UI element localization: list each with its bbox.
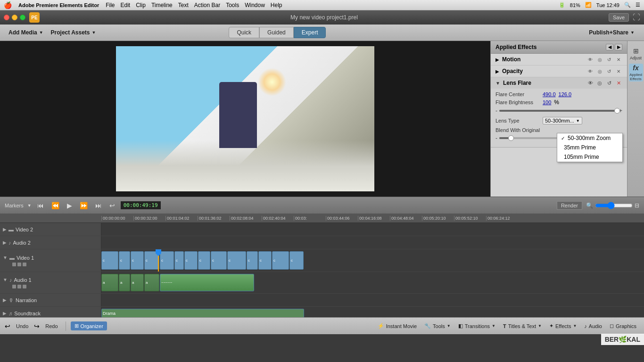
render-button[interactable]: Render	[557, 201, 582, 210]
video1-vol2[interactable]	[17, 263, 21, 266]
fullscreen-icon[interactable]: ⛶	[633, 13, 640, 22]
maximize-button[interactable]	[20, 15, 25, 20]
track-audio1-content[interactable]: a a a a ~~~~~	[101, 272, 644, 293]
flare-brightness-value[interactable]: 100	[543, 99, 551, 105]
lens-flare-expand-icon[interactable]: ▼	[495, 81, 500, 86]
menu-file[interactable]: File	[106, 2, 115, 8]
narration-expand-icon[interactable]: ▶	[3, 297, 7, 303]
audio1-vol1[interactable]	[12, 285, 16, 288]
skip-to-start-btn[interactable]: ⏮	[35, 201, 46, 210]
audio-btn[interactable]: ♪ Audio	[581, 322, 605, 330]
apple-menu[interactable]: 🍎	[4, 1, 12, 9]
brightness-minus-btn[interactable]: -	[495, 107, 497, 114]
step-back-btn[interactable]: ⏪	[50, 201, 61, 210]
track-video2-content[interactable]	[101, 223, 644, 236]
close-button[interactable]	[4, 15, 9, 20]
skip-to-end-btn[interactable]: ⏭	[93, 201, 104, 210]
effects-nav-next[interactable]: ▶	[615, 44, 622, 50]
flare-center-x[interactable]: 490.0	[543, 91, 556, 97]
play-pause-btn[interactable]: ▶	[65, 201, 74, 210]
audio1-clip-4[interactable]: a	[144, 274, 159, 291]
organizer-button[interactable]: ⊞ Organizer	[71, 321, 107, 330]
lens-type-fake-select[interactable]: 50-300mm...▼	[543, 117, 582, 124]
lens-flare-reset-icon[interactable]: ↺	[605, 80, 613, 86]
step-forward-btn[interactable]: ⏩	[78, 201, 90, 210]
video1-clip-10[interactable]: c	[227, 251, 246, 270]
dropdown-item-105mm[interactable]: 105mm Prime	[557, 152, 622, 162]
save-button[interactable]: Save	[609, 13, 629, 22]
opacity-reset-icon[interactable]: ↺	[605, 68, 613, 74]
audio1-clip-1[interactable]: a	[101, 274, 118, 291]
soundtrack-drama-clip[interactable]: Drama	[101, 309, 304, 317]
menu-clip[interactable]: Clip	[136, 2, 146, 8]
menu-help[interactable]: Help	[271, 2, 282, 8]
video1-clip-7[interactable]: c	[184, 251, 198, 270]
video1-clip-12[interactable]: c	[258, 251, 272, 270]
zoom-slider[interactable]	[595, 202, 633, 209]
audio1-clip-3[interactable]: a	[131, 274, 144, 291]
lens-flare-target-icon[interactable]: ◎	[596, 80, 603, 86]
video1-clip-11[interactable]: c	[247, 251, 258, 270]
dropdown-item-35mm[interactable]: 35mm Prime	[557, 143, 622, 152]
brightness-slider[interactable]	[499, 110, 617, 112]
menu-timeline[interactable]: Timeline	[151, 2, 173, 8]
video1-expand-icon[interactable]: ▼	[3, 255, 8, 260]
undo-button[interactable]: Undo	[13, 322, 31, 330]
blend-slider-thumb[interactable]	[508, 135, 514, 141]
brightness-slider-thumb[interactable]	[614, 108, 620, 114]
motion-reset-icon[interactable]: ↺	[605, 56, 613, 63]
publish-share-button[interactable]: Publish+Share ▼	[584, 27, 639, 38]
graphics-btn[interactable]: ◻ Graphics	[607, 321, 639, 330]
titles-text-btn[interactable]: T Titles & Text ▼	[500, 322, 545, 330]
video1-vol1[interactable]	[12, 263, 16, 266]
menu-tools[interactable]: Tools	[226, 2, 239, 8]
redo-button[interactable]: Redo	[42, 322, 60, 330]
opacity-visibility-icon[interactable]: 👁	[586, 68, 594, 74]
video1-clip-5[interactable]: c	[160, 251, 174, 270]
tab-guided[interactable]: Guided	[259, 27, 294, 38]
audio2-expand-icon[interactable]: ▶	[3, 240, 7, 245]
audio1-vol2[interactable]	[17, 285, 21, 288]
zoom-in-icon[interactable]: 🔍	[586, 202, 593, 209]
audio1-expand-icon[interactable]: ▼	[3, 277, 8, 282]
audio1-vol3[interactable]	[23, 285, 26, 288]
instant-movie-btn[interactable]: ⚡ Instant Movie	[375, 321, 420, 330]
video1-clip-2[interactable]: c	[119, 251, 130, 270]
effects-btn[interactable]: ✦ Effects ▼	[546, 321, 579, 330]
video1-clip-9[interactable]: c	[211, 251, 227, 270]
audio1-clip-5[interactable]: ~~~~~	[160, 274, 254, 291]
lens-flare-delete-icon[interactable]: ✕	[615, 80, 622, 86]
video1-clip-6[interactable]: c	[174, 251, 184, 270]
list-icon[interactable]: ☰	[636, 2, 640, 8]
opacity-target-icon[interactable]: ◎	[596, 68, 603, 74]
menu-window[interactable]: Window	[245, 2, 265, 8]
motion-delete-icon[interactable]: ✕	[615, 56, 622, 63]
dropdown-item-zoom[interactable]: ✓ 50-300mm Zoom	[557, 133, 622, 143]
audio1-clip-2[interactable]: a	[119, 274, 130, 291]
video1-clip-14[interactable]: c	[289, 251, 304, 270]
loop-btn[interactable]: ↩	[107, 201, 117, 210]
menu-edit[interactable]: Edit	[121, 2, 131, 8]
menu-text[interactable]: Text	[178, 2, 189, 8]
motion-expand-icon[interactable]: ▶	[495, 57, 499, 62]
transitions-btn[interactable]: ◧ Transitions ▼	[455, 321, 498, 330]
effects-nav-prev[interactable]: ◀	[606, 44, 613, 50]
applied-effects-tool[interactable]: fx Applied Effects	[629, 64, 643, 82]
track-audio2-content[interactable]	[101, 236, 644, 249]
project-assets-button[interactable]: Project Assets ▼	[47, 27, 100, 38]
adjust-tool[interactable]: ⊞ Adjust	[629, 45, 643, 63]
motion-target-icon[interactable]: ◎	[596, 56, 603, 63]
blend-minus-btn[interactable]: -	[495, 135, 497, 141]
tab-expert[interactable]: Expert	[294, 27, 326, 38]
track-narration-content[interactable]	[101, 294, 644, 306]
flare-center-y[interactable]: 126.0	[559, 91, 572, 97]
search-icon[interactable]: 🔍	[624, 2, 631, 8]
tab-quick[interactable]: Quick	[229, 27, 259, 38]
menu-actionbar[interactable]: Action Bar	[194, 2, 220, 8]
add-media-button[interactable]: Add Media ▼	[5, 27, 47, 38]
track-video1-content[interactable]: c c c c c c c c c c c c c c	[101, 249, 644, 272]
video1-clip-13[interactable]: c	[272, 251, 289, 270]
zoom-out-icon[interactable]: ⊟	[635, 202, 639, 209]
motion-visibility-icon[interactable]: 👁	[586, 56, 594, 63]
video1-vol3[interactable]	[23, 263, 26, 266]
